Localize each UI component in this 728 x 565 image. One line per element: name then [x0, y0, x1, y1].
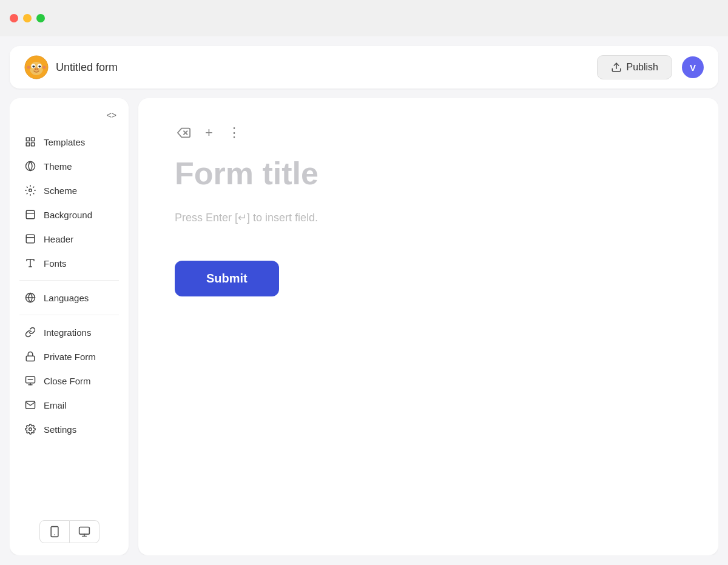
app-logo [24, 55, 49, 79]
submit-button[interactable]: Submit [175, 261, 279, 296]
theme-icon [24, 160, 36, 172]
sidebar-item-private-form[interactable]: Private Form [13, 344, 125, 369]
sidebar-item-header-label: Header [44, 234, 73, 244]
add-field-button[interactable]: + [203, 122, 215, 143]
sidebar-item-theme-label: Theme [44, 161, 72, 172]
svg-rect-31 [26, 235, 35, 243]
sidebar-item-settings[interactable]: Settings [13, 417, 125, 441]
svg-point-14 [43, 66, 46, 69]
settings-icon [24, 423, 36, 435]
sidebar-item-settings-label: Settings [44, 424, 76, 435]
sidebar-item-languages[interactable]: Languages [13, 286, 125, 310]
divider-1 [19, 280, 119, 281]
publish-button[interactable]: Publish [597, 55, 672, 79]
sidebar-item-header[interactable]: Header [13, 227, 125, 251]
sidebar-item-scheme-label: Scheme [44, 186, 77, 196]
sidebar-item-close-form[interactable]: Close Form [13, 369, 125, 393]
more-options-button[interactable]: ⋮ [225, 122, 243, 143]
languages-icon [24, 292, 36, 304]
sidebar-item-templates-label: Templates [44, 137, 85, 147]
form-canvas: + ⋮ Form title Press Enter [↵] to insert… [138, 98, 718, 555]
divider-2 [19, 315, 119, 315]
svg-rect-37 [26, 356, 35, 361]
fonts-icon [24, 257, 36, 269]
traffic-lights [10, 14, 45, 22]
sidebar-item-email[interactable]: Email [13, 393, 125, 417]
email-icon [24, 399, 36, 411]
svg-point-8 [34, 68, 39, 71]
svg-point-42 [29, 428, 32, 431]
sidebar-item-background-label: Background [44, 210, 92, 220]
scheme-icon [24, 184, 36, 196]
svg-rect-30 [26, 210, 35, 219]
header-bar: Untitled form Publish V [10, 46, 718, 89]
sidebar: <> Templates [10, 98, 129, 555]
desktop-icon [78, 526, 90, 538]
sidebar-item-templates[interactable]: Templates [13, 130, 125, 154]
svg-line-25 [33, 193, 34, 194]
svg-point-20 [26, 162, 35, 171]
sidebar-item-fonts-label: Fonts [44, 258, 67, 269]
minimize-button[interactable] [23, 14, 32, 22]
background-icon [24, 209, 36, 221]
publish-icon [611, 62, 622, 73]
close-form-icon [24, 375, 36, 387]
user-avatar[interactable]: V [682, 56, 704, 78]
svg-line-29 [33, 187, 34, 187]
sidebar-item-fonts[interactable]: Fonts [13, 251, 125, 275]
form-title: Untitled form [56, 61, 597, 74]
svg-rect-16 [26, 138, 29, 141]
backspace-icon [177, 126, 190, 139]
sidebar-item-close-form-label: Close Form [44, 376, 91, 386]
integrations-icon [24, 326, 36, 338]
svg-rect-19 [32, 143, 35, 146]
form-title-field[interactable]: Form title [175, 155, 682, 192]
main-content: <> Templates [10, 98, 718, 555]
svg-point-21 [29, 189, 32, 192]
sidebar-item-scheme[interactable]: Scheme [13, 178, 125, 202]
app: Untitled form Publish V <> [0, 36, 728, 565]
form-toolbar: + ⋮ [175, 122, 682, 143]
sidebar-top: <> [10, 105, 129, 130]
sidebar-item-background[interactable]: Background [13, 202, 125, 227]
form-hint-text: Press Enter [↵] to insert field. [175, 211, 682, 224]
svg-rect-17 [32, 138, 35, 141]
svg-line-24 [27, 187, 27, 187]
delete-field-button[interactable] [175, 124, 193, 142]
header-icon [24, 233, 36, 245]
sidebar-item-integrations[interactable]: Integrations [13, 320, 125, 344]
desktop-view-button[interactable] [70, 520, 99, 543]
maximize-button[interactable] [36, 14, 45, 22]
svg-line-28 [27, 193, 27, 194]
svg-point-10 [37, 69, 38, 70]
close-button[interactable] [10, 14, 18, 22]
svg-point-7 [39, 65, 41, 67]
svg-point-6 [33, 65, 35, 67]
svg-point-9 [35, 69, 36, 70]
sidebar-item-theme[interactable]: Theme [13, 154, 125, 178]
code-toggle-button[interactable]: <> [103, 108, 120, 122]
sidebar-item-integrations-label: Integrations [44, 327, 91, 338]
lock-icon [24, 350, 36, 363]
templates-icon [24, 136, 36, 148]
sidebar-item-languages-label: Languages [44, 293, 89, 303]
svg-rect-45 [79, 527, 89, 535]
device-toggles [10, 514, 129, 546]
mobile-view-button[interactable] [39, 520, 70, 543]
mobile-icon [49, 526, 61, 538]
sidebar-item-private-form-label: Private Form [44, 352, 96, 362]
svg-point-13 [27, 66, 30, 69]
sidebar-item-email-label: Email [44, 400, 67, 410]
title-bar [0, 0, 728, 36]
sidebar-footer [10, 507, 129, 548]
svg-rect-18 [26, 143, 29, 146]
